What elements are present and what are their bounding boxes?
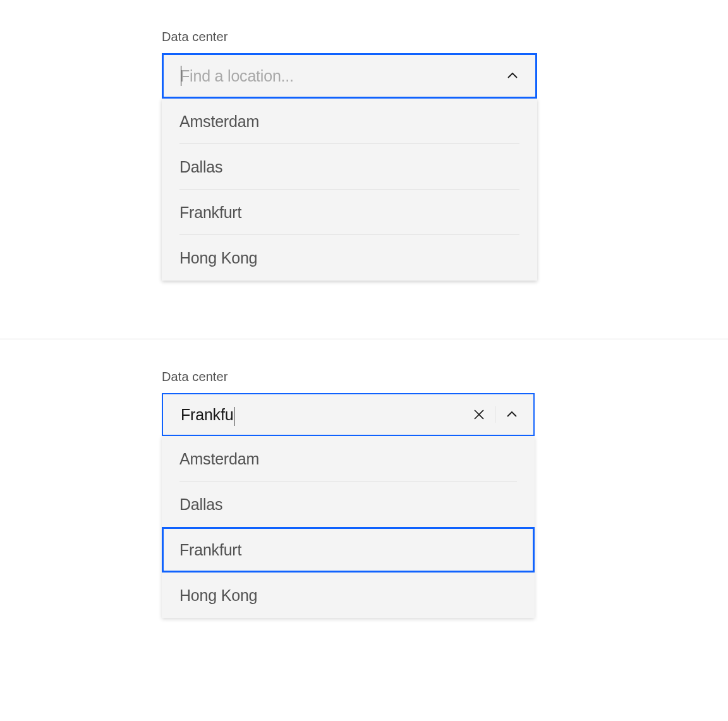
dropdown-option-dallas[interactable]: Dallas [162, 482, 535, 527]
dropdown-option-amsterdam[interactable]: Amsterdam [162, 99, 537, 144]
chevron-up-icon[interactable] [505, 68, 520, 83]
icon-divider [495, 406, 495, 423]
close-icon[interactable] [472, 408, 486, 421]
dropdown-option-label: Dallas [179, 158, 222, 176]
datacenter-combobox: Frankfu Amsterdam Dallas Frankf [162, 393, 535, 618]
dropdown-option-amsterdam[interactable]: Amsterdam [162, 436, 535, 482]
dropdown-option-label: Dallas [179, 495, 222, 514]
location-dropdown-list: Amsterdam Dallas Frankfurt Hong Kong [162, 99, 537, 281]
location-search-input[interactable]: Frankfu [181, 406, 472, 424]
combobox-input-wrapper[interactable] [162, 53, 537, 99]
dropdown-option-frankfurt[interactable]: Frankfurt [162, 190, 537, 235]
dropdown-option-hongkong[interactable]: Hong Kong [162, 573, 535, 618]
dropdown-option-label: Hong Kong [179, 249, 257, 267]
datacenter-combobox: Amsterdam Dallas Frankfurt Hong Kong [162, 53, 537, 281]
location-dropdown-list: Amsterdam Dallas Frankfurt Hong Kong [162, 436, 535, 618]
dropdown-option-frankfurt[interactable]: Frankfurt [162, 527, 535, 573]
dropdown-option-label: Frankfurt [179, 541, 241, 559]
location-search-input[interactable] [180, 67, 505, 85]
dropdown-option-dallas[interactable]: Dallas [162, 144, 537, 190]
text-caret [181, 66, 181, 86]
dropdown-option-hongkong[interactable]: Hong Kong [162, 235, 537, 281]
chevron-up-icon[interactable] [504, 407, 519, 422]
combobox-label: Data center [162, 30, 728, 44]
dropdown-option-label: Amsterdam [179, 450, 259, 468]
combobox-label: Data center [162, 370, 728, 384]
input-value-text: Frankfu [181, 406, 233, 423]
dropdown-option-label: Frankfurt [179, 203, 241, 222]
dropdown-option-label: Hong Kong [179, 586, 257, 605]
dropdown-option-label: Amsterdam [179, 112, 259, 131]
combobox-input-wrapper[interactable]: Frankfu [162, 393, 535, 436]
